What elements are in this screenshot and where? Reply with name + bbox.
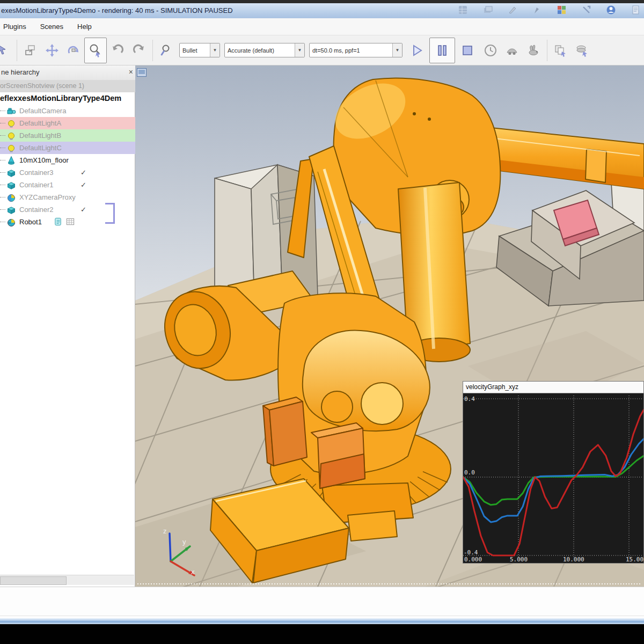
window-title: exesMotionLibraryType4Demo - rendering: … [1,6,233,14]
toolbar: Bullet▼Accurate (default)▼dt=50.0 ms, pp… [0,35,644,65]
scrollbar-thumb[interactable] [0,576,67,585]
floor-icon[interactable] [6,156,16,165]
undo-icon [111,43,125,57]
simulation-dt-combo[interactable]: dt=50.0 ms, ppf=1▼ [309,43,402,57]
container-icon[interactable] [6,205,16,215]
tree-stub [0,185,5,185]
scene-hierarchy-panel: ne hierarchy × orScreenShotview (scene 1… [0,65,135,587]
hierarchy-header[interactable]: ne hierarchy × [0,65,135,80]
object-shift-icon [24,43,38,57]
proxy-icon[interactable] [6,193,16,202]
graph-title[interactable]: velocityGraph_xyz [463,382,643,393]
play-icon [410,43,424,57]
camera-zoom-button[interactable] [84,38,107,63]
camera-pan-button[interactable] [0,39,14,62]
svg-text:0.000: 0.000 [464,556,482,563]
tree-stub [0,197,5,197]
toolbar-separator [17,40,17,61]
menu-item-plugins[interactable]: Plugins [3,23,26,31]
simulation-dt-value: dt=50.0 ms, ppf=1 [310,47,392,54]
status-divider [0,616,644,616]
colors-logo-icon[interactable] [557,5,567,15]
zoom-to-fit-button[interactable] [156,39,177,62]
svg-text:10.000: 10.000 [563,556,584,563]
script-icon[interactable] [54,217,63,226]
stop-button[interactable] [455,39,480,62]
light-icon[interactable] [6,119,16,128]
tree-stub [0,209,5,210]
camera-zoom-icon [89,43,103,57]
hierarchy-item-defaultlightb[interactable]: DefaultLightB [0,129,135,142]
undo-button[interactable] [107,39,128,62]
toolbar-separator [547,40,547,61]
camera-angle-button[interactable] [572,39,593,62]
engine-accuracy-combo[interactable]: Accurate (default)▼ [224,43,305,57]
menu-item-scenes[interactable]: Scenes [40,23,63,31]
menu-item-help[interactable]: Help [77,23,92,31]
chevron-down-icon[interactable]: ▼ [392,43,402,57]
pencil-icon[interactable] [507,5,517,15]
pause-button[interactable] [429,38,455,63]
titlebar[interactable]: exesMotionLibraryType4Demo - rendering: … [0,3,644,19]
zoom-to-fit-icon [159,43,173,57]
viewport-3d[interactable]: z y x velocityGraph_xyz 0.40.0-0.40.0005… [135,65,644,587]
copy-objects-icon [554,43,568,57]
slower-button[interactable] [501,39,523,62]
tree-stub [0,111,5,111]
chevron-down-icon[interactable]: ▼ [295,43,304,57]
light-icon[interactable] [6,131,16,141]
pen-icon[interactable] [532,5,542,15]
item-label: Robot1 [19,218,42,226]
hierarchy-item-defaultlighta[interactable]: DefaultLightA [0,117,135,129]
hierarchy-item-defaultlightc[interactable]: DefaultLightC [0,142,135,154]
grid-icon[interactable] [458,5,468,15]
check-icon: ✓ [80,181,86,189]
light-icon[interactable] [6,143,16,153]
item-label: Container1 [19,181,54,189]
copy-objects-button[interactable] [550,39,572,62]
hierarchy-item-defaultcamera[interactable]: DefaultCamera [0,105,135,117]
chevron-down-icon[interactable]: ▼ [210,43,219,57]
item-label: DefaultLightA [19,119,61,127]
grid-icon[interactable] [66,217,75,226]
hierarchy-item-10mx10m_floor[interactable]: 10mX10m_floor [0,154,135,166]
orange-box-1 [263,397,307,466]
hierarchy-item-container3[interactable]: Container3✓ [0,166,135,179]
container-icon[interactable] [6,168,16,178]
velocity-graph-window[interactable]: velocityGraph_xyz 0.40.0-0.40.0005.00010… [463,381,644,564]
container-icon[interactable] [6,180,16,190]
status-bar [0,587,644,618]
tool-icon[interactable] [581,5,591,15]
physics-engine-combo[interactable]: Bullet▼ [179,43,220,57]
scene-tab[interactable]: orScreenShotview (scene 1) [0,80,135,92]
play-button[interactable] [405,39,429,62]
close-icon[interactable]: × [129,68,133,76]
user-icon[interactable] [606,5,616,15]
hierarchy-hscrollbar[interactable] [0,575,134,585]
hierarchy-item-container2[interactable]: Container2✓ [0,203,135,216]
item-label: Container2 [19,206,54,214]
hierarchy-item-container1[interactable]: Container1✓ [0,179,135,191]
robot-icon[interactable] [6,217,16,227]
menu-bar: PluginsScenesHelp [0,18,644,35]
hierarchy-root-item[interactable]: eflexxesMotionLibraryType4Dem [0,92,135,105]
layers-icon[interactable] [482,5,493,15]
tree-stub [0,160,5,160]
axis-label-x: x [191,568,195,576]
real-time-toggle-button[interactable] [480,39,501,62]
redo-button[interactable] [128,39,150,62]
hierarchy-rows: DefaultCameraDefaultLightADefaultLightBD… [0,105,135,228]
item-label: DefaultCamera [19,107,66,115]
undock-view-icon[interactable] [137,68,147,77]
object-rotate-button[interactable] [63,39,84,62]
object-rotate-icon [67,43,80,57]
robot-dome-large [361,383,403,425]
object-shift-button[interactable] [20,39,41,62]
camera-icon[interactable] [6,106,16,116]
hierarchy-item-robot1[interactable]: Robot1 [0,216,135,228]
object-move-button[interactable] [41,39,63,62]
faster-button[interactable] [523,39,544,62]
doc-icon[interactable] [631,5,641,15]
hierarchy-item-xyzcameraproxy[interactable]: XYZCameraProxy [0,191,135,203]
toolbar-separator [152,40,153,61]
